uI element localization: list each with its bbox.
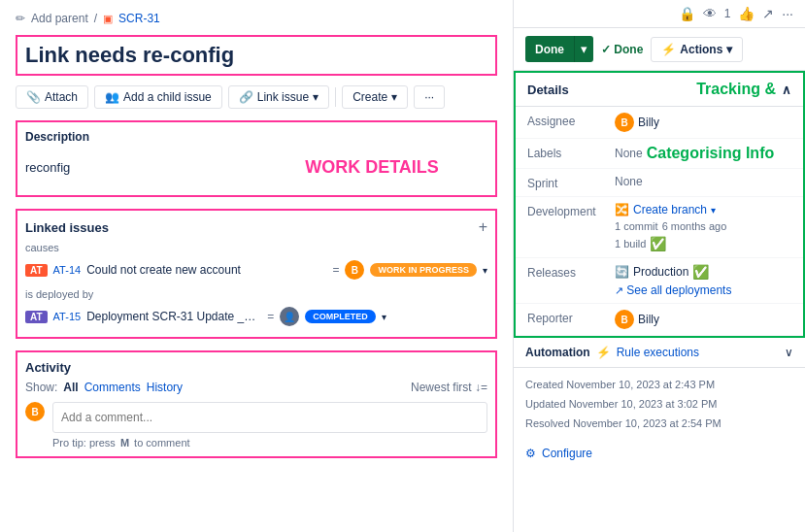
description-text[interactable]: reconfig <box>25 160 256 175</box>
updated-timestamp: Updated November 10, 2023 at 3:02 PM <box>525 395 793 415</box>
build-info: 1 build ✅ <box>615 234 666 251</box>
paperclip-icon: 📎 <box>26 90 41 104</box>
pro-tip: Pro tip: press M to comment <box>25 437 487 449</box>
automation-row: Automation ⚡ Rule executions ∨ <box>514 338 805 368</box>
description-label: Description <box>25 130 487 144</box>
status-badge-at15[interactable]: COMPLETED <box>305 310 376 323</box>
status-badge-at14[interactable]: WORK IN PROGRESS <box>370 263 477 277</box>
tracking-info-label: Categorising Info <box>647 145 775 162</box>
sort-order[interactable]: Newest first ↓= <box>411 381 487 394</box>
configure-row[interactable]: ⚙ Configure <box>514 441 805 466</box>
issue-icon: ▣ <box>103 13 113 25</box>
chevron-down-icon: ▾ <box>313 90 319 104</box>
equals-icon-2: = <box>267 310 274 323</box>
filter-history[interactable]: History <box>147 381 183 394</box>
assignee-row: Assignee B Billy <box>516 107 803 139</box>
linked-issue-row: AT AT-14 Could not create new account = … <box>25 257 487 283</box>
comment-row: B <box>25 402 487 433</box>
link-icon: 🔗 <box>239 90 253 104</box>
chevron-down-icon: ▾ <box>726 43 732 56</box>
linked-issues-title: Linked issues <box>25 220 109 235</box>
configure-label: Configure <box>542 447 592 460</box>
labels-row: Labels None Categorising Info <box>516 139 803 169</box>
issue-key-at15[interactable]: AT-15 <box>53 311 82 322</box>
pencil-icon: ✏ <box>16 12 25 25</box>
chevron-down-icon-2: ▾ <box>382 312 386 322</box>
issue-badge-at15: AT <box>25 311 48 323</box>
deployed-label: is deployed by <box>25 288 487 300</box>
issue-toolbar: 📎 Attach 👥 Add a child issue 🔗 Link issu… <box>16 85 497 109</box>
assignee-avatar: B <box>615 113 634 132</box>
sprint-row: Sprint None <box>516 169 803 197</box>
reporter-avatar: B <box>615 310 634 329</box>
show-label: Show: <box>25 381 57 394</box>
add-linked-issue-button[interactable]: + <box>479 218 487 236</box>
done-button-group: Done ▾ <box>525 36 593 62</box>
chevron-down-icon: ▾ <box>391 90 397 104</box>
thumbs-up-icon[interactable]: 👍 <box>738 6 755 21</box>
assignee-name[interactable]: Billy <box>638 116 659 129</box>
sprint-value[interactable]: None <box>615 175 643 188</box>
more-button[interactable]: ··· <box>414 85 445 109</box>
details-section: Details Tracking & ∧ Assignee B Billy La… <box>514 71 805 338</box>
chevron-down-icon: ▾ <box>711 205 716 216</box>
gear-icon: ⚙ <box>525 447 536 460</box>
done-button[interactable]: Done <box>525 36 574 62</box>
issue-id-link[interactable]: SCR-31 <box>118 12 160 25</box>
create-button[interactable]: Create ▾ <box>342 85 408 109</box>
add-child-button[interactable]: 👥 Add a child issue <box>94 85 222 109</box>
work-details-label: WORK DETAILS <box>256 148 487 187</box>
production-check-icon: ✅ <box>692 264 709 280</box>
activity-title: Activity <box>25 360 487 375</box>
comment-input[interactable] <box>52 402 487 433</box>
tracking-label: Tracking & <box>696 81 776 98</box>
lightning-icon-auto: ⚡ <box>596 346 611 359</box>
share-icon[interactable]: ↗ <box>762 6 774 21</box>
right-panel: 🔒 👁 1 👍 ↗ ··· Done ▾ ✓ Done ⚡ Actions ▾ <box>514 0 805 532</box>
actions-button[interactable]: ⚡ Actions ▾ <box>651 37 743 62</box>
eye-count: 1 <box>724 7 731 20</box>
collapse-icon[interactable]: ∧ <box>782 83 791 97</box>
done-dropdown[interactable]: ▾ <box>574 36 593 62</box>
breadcrumb: ✏ Add parent / ▣ SCR-31 <box>16 12 497 25</box>
development-row: Development 🔀 Create branch ▾ 1 commit 6… <box>516 197 803 258</box>
lock-icon[interactable]: 🔒 <box>679 6 695 21</box>
issue-title-at15: Deployment SCR-31 Update _config.yml for… <box>86 310 261 323</box>
add-parent-link[interactable]: Add parent <box>31 12 88 25</box>
linked-issue-row-2: AT AT-15 Deployment SCR-31 Update _confi… <box>25 304 487 329</box>
more-options-icon[interactable]: ··· <box>782 6 793 21</box>
issue-badge-at14: AT <box>25 264 48 277</box>
lightning-icon: ⚡ <box>661 43 676 56</box>
eye-icon[interactable]: 👁 <box>703 6 717 21</box>
description-section: Description reconfig WORK DETAILS <box>16 120 497 197</box>
breadcrumb-separator: / <box>94 12 97 25</box>
toolbar-separator <box>335 87 336 107</box>
avatar-at15: 👤 <box>280 307 299 326</box>
create-branch-button[interactable]: 🔀 Create branch ▾ <box>615 203 716 216</box>
reporter-row: Reporter B Billy <box>516 304 803 336</box>
issue-title-at14: Could not create new account <box>86 263 326 277</box>
user-avatar: B <box>25 402 45 421</box>
releases-row: Releases 🔄 Production ✅ ↗ See all deploy… <box>516 258 803 304</box>
chevron-down-icon: ▾ <box>483 265 487 276</box>
issue-title[interactable]: Link needs re-config <box>16 35 497 76</box>
branch-icon: 🔀 <box>615 203 629 216</box>
top-bar: 🔒 👁 1 👍 ↗ ··· <box>514 0 805 28</box>
linked-issues-section: Linked issues + causes AT AT-14 Could no… <box>16 209 497 339</box>
issue-key-at14[interactable]: AT-14 <box>53 264 82 276</box>
equals-icon: = <box>332 263 339 277</box>
filter-comments[interactable]: Comments <box>84 381 141 394</box>
attach-button[interactable]: 📎 Attach <box>16 85 88 109</box>
child-icon: 👥 <box>105 90 119 104</box>
link-issue-button[interactable]: 🔗 Link issue ▾ <box>228 85 329 109</box>
filter-all[interactable]: All <box>63 381 78 394</box>
see-deployments-link[interactable]: ↗ See all deployments <box>615 283 731 297</box>
resolved-timestamp: Resolved November 10, 2023 at 2:54 PM <box>525 415 793 434</box>
dropdown-icon[interactable]: ∨ <box>785 346 793 359</box>
labels-value[interactable]: None <box>615 147 643 160</box>
build-check-icon: ✅ <box>650 236 666 251</box>
activity-section: Activity Show: All Comments History Newe… <box>16 350 497 458</box>
created-timestamp: Created November 10, 2023 at 2:43 PM <box>525 376 793 395</box>
production-info: 🔄 Production ✅ <box>615 264 709 280</box>
rule-executions[interactable]: Rule executions <box>617 346 779 359</box>
